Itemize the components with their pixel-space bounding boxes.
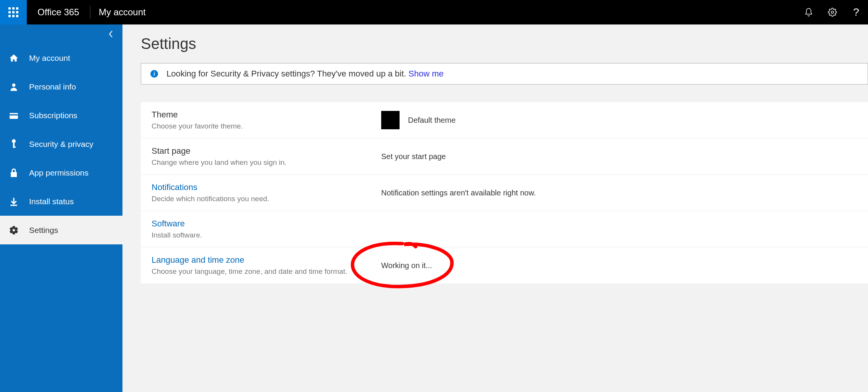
card-icon bbox=[8, 111, 20, 120]
row-desc: Change where you land when you sign in. bbox=[152, 158, 381, 167]
row-desc: Decide which notifications you need. bbox=[152, 195, 381, 203]
person-icon bbox=[8, 82, 20, 92]
show-me-link[interactable]: Show me bbox=[408, 69, 444, 78]
row-title: Theme bbox=[152, 110, 381, 120]
svg-rect-7 bbox=[11, 172, 17, 177]
sidebar-item-label: Settings bbox=[29, 226, 58, 235]
question-icon: ? bbox=[853, 6, 859, 18]
row-title: Language and time zone bbox=[152, 255, 381, 265]
theme-swatch bbox=[381, 111, 400, 129]
info-banner: i Looking for Security & Privacy setting… bbox=[141, 63, 868, 85]
svg-rect-3 bbox=[10, 114, 18, 115]
app-title: My account bbox=[90, 7, 154, 18]
chevron-left-icon bbox=[108, 30, 114, 38]
info-icon: i bbox=[150, 70, 158, 78]
sidebar-item-label: Personal info bbox=[29, 82, 76, 91]
row-desc: Install software. bbox=[152, 231, 381, 239]
home-icon bbox=[8, 53, 20, 63]
sidebar-footer-fill bbox=[0, 249, 122, 392]
brand-label[interactable]: Office 365 bbox=[27, 7, 90, 18]
gear-icon bbox=[828, 8, 837, 17]
waffle-icon bbox=[8, 7, 18, 17]
help-button[interactable]: ? bbox=[844, 0, 868, 24]
svg-point-0 bbox=[831, 11, 834, 13]
sidebar-item-label: Security & privacy bbox=[29, 140, 93, 149]
settings-row-start-page[interactable]: Start page Change where you land when yo… bbox=[141, 138, 868, 175]
sidebar-item-label: App permissions bbox=[29, 168, 88, 177]
top-bar: Office 365 My account ? bbox=[0, 0, 868, 24]
main-content: Settings i Looking for Security & Privac… bbox=[122, 24, 868, 283]
row-desc: Choose your favorite theme. bbox=[152, 122, 381, 130]
app-launcher-button[interactable] bbox=[0, 0, 27, 24]
row-title: Software bbox=[152, 219, 381, 229]
sidebar-item-my-account[interactable]: My account bbox=[0, 44, 122, 72]
bell-icon bbox=[804, 8, 813, 17]
settings-row-language-time-zone[interactable]: Language and time zone Choose your langu… bbox=[141, 247, 868, 283]
sidebar-item-subscriptions[interactable]: Subscriptions bbox=[0, 101, 122, 130]
sidebar-item-install-status[interactable]: Install status bbox=[0, 187, 122, 216]
svg-point-1 bbox=[12, 83, 16, 87]
sidebar-item-settings[interactable]: Settings bbox=[0, 216, 122, 244]
page-title: Settings bbox=[141, 35, 868, 52]
svg-rect-6 bbox=[13, 146, 16, 148]
row-title: Notifications bbox=[152, 182, 381, 192]
settings-row-theme[interactable]: Theme Choose your favorite theme. Defaul… bbox=[141, 102, 868, 138]
row-value: Notification settings aren't available r… bbox=[381, 189, 536, 197]
gear-icon bbox=[8, 225, 20, 235]
sidebar-item-label: Install status bbox=[29, 197, 74, 206]
settings-list: Theme Choose your favorite theme. Defaul… bbox=[141, 102, 868, 283]
sidebar: My account Personal info Subscriptions S… bbox=[0, 24, 122, 263]
sidebar-item-label: My account bbox=[29, 54, 70, 63]
sidebar-item-security[interactable]: Security & privacy bbox=[0, 130, 122, 158]
settings-row-software[interactable]: Software Install software. bbox=[141, 211, 868, 247]
settings-button[interactable] bbox=[821, 0, 844, 24]
row-value: Set your start page bbox=[381, 152, 446, 161]
row-title: Start page bbox=[152, 146, 381, 156]
banner-text: Looking for Security & Privacy settings?… bbox=[166, 69, 444, 79]
lock-icon bbox=[8, 168, 20, 178]
sidebar-item-label: Subscriptions bbox=[29, 111, 77, 120]
collapse-sidebar-button[interactable] bbox=[0, 24, 122, 44]
download-icon bbox=[8, 197, 20, 207]
row-desc: Choose your language, time zone, and dat… bbox=[152, 267, 381, 276]
sidebar-item-personal-info[interactable]: Personal info bbox=[0, 72, 122, 101]
key-icon bbox=[8, 139, 20, 150]
row-value: Default theme bbox=[408, 116, 456, 125]
sidebar-item-app-permissions[interactable]: App permissions bbox=[0, 158, 122, 187]
svg-rect-2 bbox=[10, 113, 18, 119]
row-value: Working on it... bbox=[381, 261, 432, 270]
notifications-button[interactable] bbox=[797, 0, 821, 24]
svg-point-4 bbox=[12, 139, 16, 143]
settings-row-notifications[interactable]: Notifications Decide which notifications… bbox=[141, 175, 868, 211]
